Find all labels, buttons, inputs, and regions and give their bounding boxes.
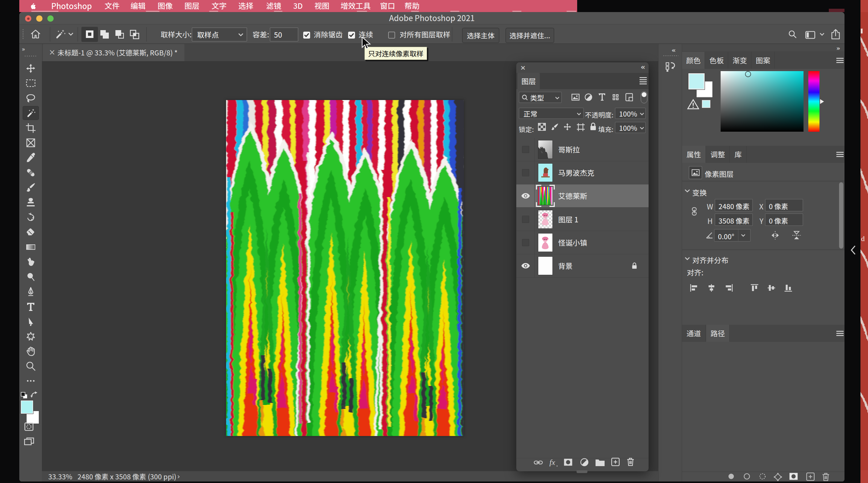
sample-all-layers-checkbox[interactable] <box>388 32 395 39</box>
layer-row-2[interactable]: 马男波杰克 <box>516 161 649 184</box>
tab-adjustments[interactable]: 调整 <box>706 146 730 163</box>
tool-pen[interactable] <box>23 285 38 298</box>
tool-custom-shape[interactable] <box>23 330 38 343</box>
menu-window[interactable]: 窗口 <box>380 0 395 12</box>
align-top-icon[interactable] <box>750 284 758 292</box>
tool-move[interactable] <box>23 62 38 75</box>
tab-properties[interactable]: 属性 <box>682 146 706 163</box>
menu-image[interactable]: 图像 <box>158 0 173 12</box>
tab-channels[interactable]: 通道 <box>682 325 706 342</box>
lock-paint-icon[interactable] <box>551 123 559 131</box>
layer-row-5[interactable]: 怪诞小镇 <box>516 231 649 254</box>
tab-gradients[interactable]: 渐变 <box>728 52 751 69</box>
filter-pixel-icon[interactable] <box>571 94 580 101</box>
visibility-eye-icon[interactable] <box>521 193 530 199</box>
sample-size-select[interactable]: 取样点 <box>192 27 247 41</box>
layer-visibility-cell[interactable] <box>516 184 535 207</box>
filter-toggle[interactable] <box>641 91 647 103</box>
color-field-marker[interactable] <box>745 71 751 77</box>
visibility-toggle-empty[interactable] <box>522 146 529 153</box>
artwork-image[interactable] <box>226 100 464 436</box>
home-icon[interactable] <box>30 29 41 39</box>
tool-gradient[interactable] <box>23 240 38 254</box>
tool-zoom[interactable] <box>23 359 38 373</box>
layer-name[interactable]: 哥斯拉 <box>558 138 580 161</box>
layer-visibility-cell[interactable] <box>516 161 535 184</box>
layer-visibility-cell[interactable] <box>516 254 535 278</box>
menu-view[interactable]: 视图 <box>314 0 330 12</box>
new-layer-icon[interactable] <box>611 458 620 466</box>
y-input[interactable]: 0 像素 <box>765 213 803 226</box>
tool-hand[interactable] <box>23 345 38 358</box>
search-icon[interactable] <box>788 30 797 39</box>
background-color-swatch[interactable] <box>27 412 38 423</box>
select-subject-button[interactable]: 选择主体 <box>462 28 499 43</box>
close-document-icon[interactable]: × <box>49 44 56 61</box>
layer-name[interactable]: 图层 1 <box>558 208 578 231</box>
apple-icon[interactable] <box>30 2 37 10</box>
fill-input[interactable]: 100% <box>615 122 646 133</box>
toolbar-collapse-icon[interactable]: » <box>22 46 24 53</box>
lock-transparent-icon[interactable] <box>538 123 546 131</box>
layer-row-3[interactable]: 艾德莱斯 <box>516 184 649 207</box>
menu-filter[interactable]: 滤镜 <box>266 0 281 12</box>
tab-layers[interactable]: 图层 <box>518 73 540 89</box>
anti-alias-checkbox[interactable] <box>303 32 310 39</box>
align-section-chevron-icon[interactable] <box>684 257 690 260</box>
tool-crop[interactable] <box>23 122 38 135</box>
layer-row-4[interactable]: 图层 1 <box>516 208 649 231</box>
visibility-eye-icon[interactable] <box>521 263 530 269</box>
menu-photoshop[interactable]: Photoshop <box>51 0 92 12</box>
layer-effects-icon[interactable]: fx <box>549 458 559 467</box>
layer-name[interactable]: 马男波杰克 <box>558 161 594 184</box>
menu-plugins[interactable]: 增效工具 <box>341 0 371 12</box>
tool-brush[interactable] <box>23 181 38 194</box>
swap-colors-icon[interactable] <box>30 391 38 398</box>
blend-mode-select[interactable]: 正常 <box>519 107 584 119</box>
gamut-fix-swatch[interactable] <box>702 100 710 108</box>
properties-panel-menu-icon[interactable] <box>836 152 844 157</box>
delete-layer-icon[interactable] <box>627 457 634 466</box>
layer-thumbnail[interactable] <box>538 210 553 228</box>
layer-visibility-cell[interactable] <box>516 231 535 254</box>
lock-move-icon[interactable] <box>563 123 571 131</box>
properties-scrollbar[interactable] <box>839 182 843 249</box>
hue-slider-marker[interactable] <box>820 99 824 104</box>
layers-panel-close-icon[interactable]: × <box>520 62 526 73</box>
align-left-icon[interactable] <box>690 284 698 292</box>
link-layers-icon[interactable] <box>534 459 543 466</box>
visibility-toggle-empty[interactable] <box>522 169 529 176</box>
history-panel-icon[interactable] <box>665 61 676 72</box>
add-selection-icon[interactable] <box>100 30 109 39</box>
layer-thumbnail[interactable] <box>538 233 553 252</box>
w-input[interactable]: 2480 像素 <box>715 199 753 212</box>
tool-lasso[interactable] <box>23 92 38 105</box>
options-drag-handle[interactable] <box>22 29 24 40</box>
tool-edit-toolbar[interactable] <box>23 374 38 387</box>
visibility-toggle-empty[interactable] <box>522 216 529 223</box>
tab-color[interactable]: 颜色 <box>682 52 705 69</box>
workspace-icon[interactable] <box>805 31 815 39</box>
fill-path-icon[interactable] <box>727 473 735 480</box>
tool-clone-stamp[interactable] <box>23 196 38 209</box>
x-input[interactable]: 0 像素 <box>765 199 803 212</box>
tab-patterns[interactable]: 图案 <box>752 52 775 69</box>
hue-slider[interactable] <box>808 71 819 132</box>
quick-mask-icon[interactable] <box>24 422 33 431</box>
paths-panel-menu-icon[interactable] <box>836 331 844 336</box>
lock-all-icon[interactable] <box>590 122 596 131</box>
foreground-color-well[interactable] <box>688 73 705 90</box>
work-path-icon[interactable] <box>773 473 782 482</box>
tool-frame[interactable] <box>23 136 38 150</box>
delete-path-icon[interactable] <box>822 473 830 482</box>
menu-select[interactable]: 选择 <box>239 0 253 12</box>
menu-3d[interactable]: 3D <box>293 0 303 12</box>
angle-input[interactable]: 0.00° <box>714 229 751 242</box>
new-group-icon[interactable] <box>595 459 605 466</box>
transform-section-chevron-icon[interactable] <box>684 189 690 193</box>
toolbar-drag-handle[interactable] <box>24 55 36 57</box>
selection-mode-new[interactable] <box>82 27 98 42</box>
align-bottom-icon[interactable] <box>784 284 792 292</box>
tool-marquee[interactable] <box>23 76 38 90</box>
magic-wand-preset-icon[interactable] <box>54 29 66 40</box>
